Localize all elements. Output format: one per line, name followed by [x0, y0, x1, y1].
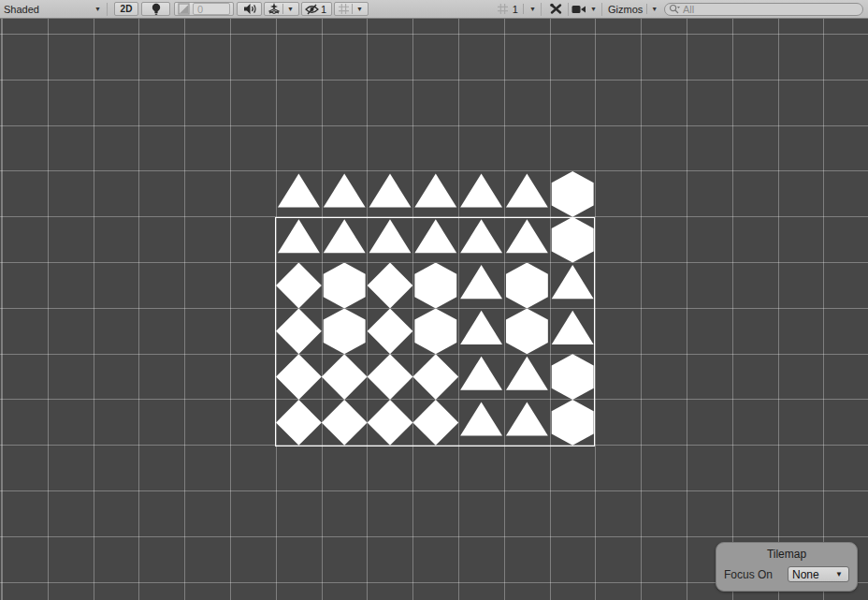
- lighting-toggle-button[interactable]: [141, 2, 170, 16]
- chevron-down-icon: ▼: [833, 571, 845, 578]
- effects-toggle-button[interactable]: ▼: [264, 2, 299, 16]
- scene-view-toolbar: Shaded ▼ 2D 0: [0, 0, 868, 19]
- scene-search-field[interactable]: [664, 3, 863, 16]
- snap-value: 1: [511, 4, 520, 15]
- tile-triangle[interactable]: [276, 171, 322, 217]
- grid-visibility-control[interactable]: ▼: [334, 2, 369, 16]
- gizmos-dropdown[interactable]: Gizmos ▼: [603, 2, 659, 16]
- exposure-icon: [178, 3, 190, 15]
- hidden-objects-count: 1: [319, 4, 328, 15]
- tilemap-selection-outline: [275, 217, 595, 446]
- focus-on-label: Focus On: [724, 568, 773, 581]
- exposure-value: 0: [197, 4, 203, 15]
- 2d-toggle-label: 2D: [121, 4, 133, 14]
- draw-mode-label: Shaded: [0, 4, 41, 15]
- tile-triangle[interactable]: [504, 171, 550, 217]
- scene-viewport[interactable]: Tilemap Focus On None ▼: [0, 19, 868, 600]
- effects-dropdown-arrow-icon[interactable]: ▼: [285, 6, 296, 12]
- focus-on-value: None: [792, 568, 819, 581]
- exposure-control[interactable]: 0: [174, 2, 234, 16]
- lightbulb-icon: [151, 3, 162, 16]
- camera-settings-control[interactable]: ▼: [570, 2, 600, 16]
- tile-triangle[interactable]: [368, 171, 413, 217]
- snap-dropdown-arrow-icon[interactable]: ▼: [528, 6, 538, 12]
- draw-mode-dropdown[interactable]: Shaded ▼: [0, 2, 106, 16]
- exposure-value-field[interactable]: 0: [193, 3, 230, 15]
- search-input[interactable]: [683, 4, 859, 15]
- gizmos-label: Gizmos: [606, 4, 644, 15]
- speaker-icon: [243, 3, 256, 15]
- eye-hidden-icon: [305, 4, 319, 15]
- grid-dropdown-arrow-icon[interactable]: ▼: [354, 6, 365, 12]
- tile-triangle[interactable]: [322, 171, 368, 217]
- camera-dropdown-arrow-icon[interactable]: ▼: [588, 6, 599, 12]
- panel-title: Tilemap: [716, 543, 857, 561]
- component-tools-button[interactable]: [543, 2, 568, 16]
- snap-grid-icon: [497, 3, 509, 15]
- tile-triangle[interactable]: [458, 171, 504, 217]
- camera-icon: [571, 5, 586, 14]
- tile-triangle[interactable]: [412, 171, 458, 217]
- tools-wrench-icon: [549, 3, 563, 15]
- effects-star-icon: [268, 3, 281, 15]
- chevron-down-icon: ▼: [93, 6, 106, 12]
- search-icon: [669, 4, 680, 15]
- focus-on-dropdown[interactable]: None ▼: [788, 566, 849, 582]
- tile-hexagon[interactable]: [550, 171, 596, 217]
- 2d-toggle-button[interactable]: 2D: [114, 2, 138, 16]
- snap-control[interactable]: 1 ▼: [495, 2, 540, 16]
- hidden-objects-toggle[interactable]: 1: [301, 2, 332, 16]
- audio-toggle-button[interactable]: [237, 2, 262, 16]
- grid-icon: [338, 3, 350, 15]
- tilemap-overlay-panel: Tilemap Focus On None ▼: [716, 542, 858, 592]
- gizmos-dropdown-arrow-icon[interactable]: ▼: [649, 6, 659, 12]
